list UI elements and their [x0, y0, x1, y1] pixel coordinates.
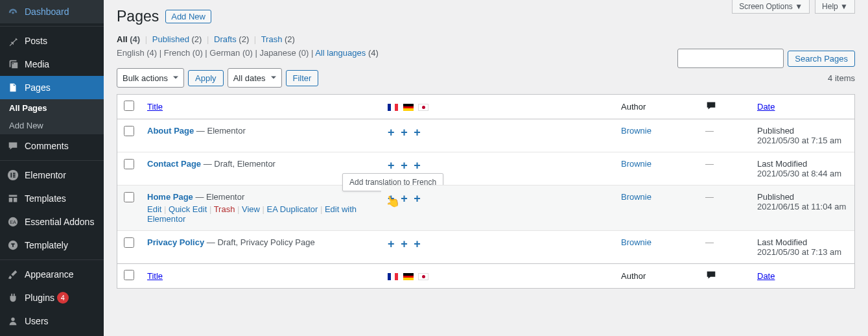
pin-icon [6, 34, 19, 47]
svg-point-0 [12, 12, 14, 14]
search-pages-button[interactable]: Search Pages [788, 51, 855, 67]
filter-button[interactable]: Filter [286, 70, 319, 86]
flag-french-icon [388, 273, 398, 280]
templately-icon [6, 239, 19, 252]
flag-french-icon [388, 104, 398, 111]
flag-japanese-icon [418, 104, 428, 111]
comments-count: — [705, 126, 714, 136]
submenu-all-pages[interactable]: All Pages [0, 99, 104, 117]
sidebar-item-plugins[interactable]: Plugins 4 [0, 286, 104, 309]
view-link[interactable]: View [242, 204, 260, 214]
edit-link[interactable]: Edit [147, 204, 161, 214]
lang-french[interactable]: French (0) [164, 48, 203, 58]
page-title-link[interactable]: About Page [147, 126, 194, 136]
svg-rect-2 [10, 173, 12, 177]
author-link[interactable]: Brownie [621, 192, 651, 202]
svg-rect-4 [13, 174, 16, 176]
sidebar-item-users[interactable]: Users [0, 309, 104, 333]
select-all-checkbox[interactable] [124, 101, 134, 111]
flag-german-icon [403, 273, 414, 280]
apply-button[interactable]: Apply [188, 70, 224, 86]
comment-bubble-icon [705, 100, 717, 112]
submenu-add-new[interactable]: Add New [0, 117, 104, 134]
help-button[interactable]: Help ▼ [815, 0, 855, 14]
sidebar-item-label: Media [25, 59, 49, 69]
sidebar-item-appearance[interactable]: Appearance [0, 263, 104, 286]
sidebar-item-templately[interactable]: Templately [0, 234, 104, 257]
col-date-footer[interactable]: Date [751, 263, 854, 288]
trash-link[interactable]: Trash [214, 204, 235, 214]
add-translation-french[interactable]: + [388, 159, 395, 172]
page-title-link[interactable]: Home Page [147, 192, 193, 202]
screen-options-button[interactable]: Screen Options ▼ [732, 0, 810, 14]
col-comments-footer[interactable] [699, 263, 751, 288]
sidebar-item-pages[interactable]: Pages [0, 76, 104, 99]
select-all-checkbox-footer[interactable] [124, 270, 134, 280]
col-title-footer[interactable]: Title [141, 263, 381, 288]
add-translation-japanese[interactable]: + [414, 126, 421, 139]
col-author: Author [615, 95, 699, 119]
ea-duplicator-link[interactable]: EA Duplicator [267, 204, 318, 214]
sidebar-item-comments[interactable]: Comments [0, 134, 104, 158]
svg-rect-5 [13, 176, 16, 178]
sidebar-item-label: Users [25, 316, 49, 326]
sidebar-item-label: Plugins [25, 293, 54, 303]
add-new-button[interactable]: Add New [165, 10, 211, 23]
add-translation-japanese[interactable]: + [414, 159, 421, 172]
sidebar-item-label: Pages [25, 82, 51, 93]
svg-point-9 [11, 318, 14, 321]
flag-japanese-icon [418, 273, 428, 280]
lang-english[interactable]: English (4) [117, 48, 157, 58]
search-input[interactable] [677, 49, 784, 68]
add-translation-japanese[interactable]: + [414, 192, 421, 205]
sidebar-item-label: Dashboard [25, 6, 69, 17]
filter-trash[interactable]: Trash (2) [261, 34, 295, 44]
sidebar-item-elementor[interactable]: Elementor [0, 163, 104, 187]
add-translation-german[interactable]: + [401, 126, 408, 139]
sidebar-item-templates[interactable]: Templates [0, 187, 104, 210]
add-translation-german[interactable]: + [401, 192, 408, 205]
row-checkbox[interactable] [124, 159, 134, 169]
add-translation-german[interactable]: + [401, 159, 408, 172]
user-icon [6, 315, 19, 328]
add-translation-german[interactable]: + [401, 237, 408, 250]
author-link[interactable]: Brownie [621, 126, 651, 136]
sidebar-item-media[interactable]: Media [0, 53, 104, 76]
sidebar-item-posts[interactable]: Posts [0, 29, 104, 53]
author-link[interactable]: Brownie [621, 159, 651, 169]
sidebar-item-essential-addons[interactable]: EA Essential Addons [0, 210, 104, 234]
col-title[interactable]: Title [141, 95, 381, 119]
filter-published[interactable]: Published (2) [152, 34, 202, 44]
col-comments[interactable] [699, 95, 751, 119]
page-title-link[interactable]: Privacy Policy [147, 237, 204, 247]
sidebar-item-dashboard[interactable]: Dashboard [0, 0, 104, 23]
main-content: Screen Options ▼ Help ▼ Pages Add New Al… [104, 0, 868, 336]
add-translation-japanese[interactable]: + [414, 237, 421, 250]
lang-all[interactable]: All languages (4) [315, 48, 379, 58]
sidebar-item-label: Templately [25, 240, 68, 250]
dates-select[interactable]: All dates [228, 68, 282, 88]
page-title: Pages [117, 8, 159, 25]
col-date[interactable]: Date [751, 95, 854, 119]
row-actions: Edit | Quick Edit | Trash | View | EA Du… [147, 204, 375, 224]
row-checkbox[interactable] [124, 126, 134, 136]
comments-count: — [705, 237, 714, 247]
lang-japanese[interactable]: Japanese (0) [259, 48, 309, 58]
add-translation-french[interactable]: + [388, 126, 395, 139]
bulk-actions-select[interactable]: Bulk actions [117, 68, 184, 88]
sidebar-item-label: Essential Addons [25, 217, 94, 227]
filter-drafts[interactable]: Drafts (2) [214, 34, 249, 44]
add-translation-french[interactable]: + [388, 237, 395, 250]
author-link[interactable]: Brownie [621, 237, 651, 247]
sidebar-item-label: Appearance [25, 269, 74, 280]
lang-german[interactable]: German (0) [209, 48, 252, 58]
row-checkbox[interactable] [124, 192, 134, 202]
quick-edit-link[interactable]: Quick Edit [169, 204, 207, 214]
comment-bubble-icon [705, 269, 717, 281]
comments-count: — [705, 159, 714, 169]
row-checkbox[interactable] [124, 237, 134, 248]
page-title-link[interactable]: Contact Page [147, 159, 201, 169]
items-count: 4 items [828, 73, 855, 83]
cursor-icon: 👆 [383, 193, 401, 211]
filter-all[interactable]: All (4) [117, 34, 140, 44]
